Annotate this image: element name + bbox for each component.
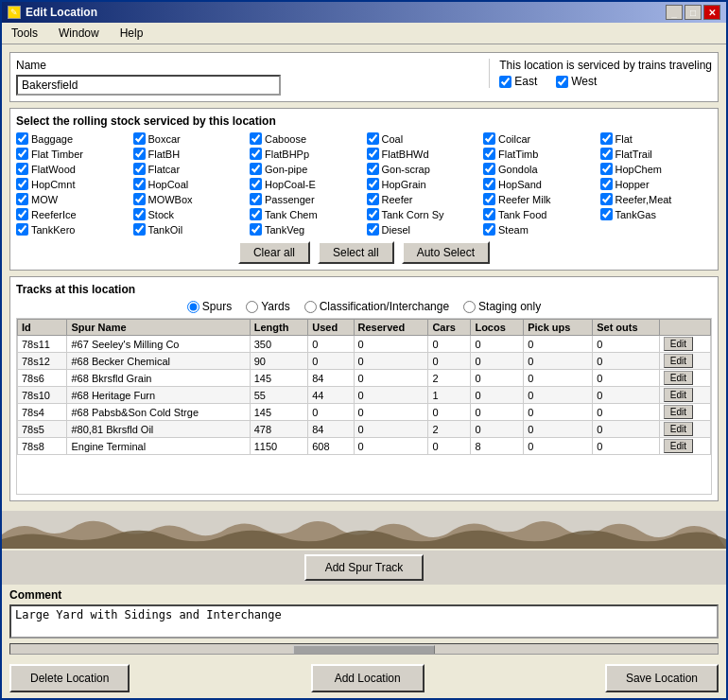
stock-flat[interactable]: Flat	[600, 132, 713, 145]
add-spur-button[interactable]: Add Spur Track	[304, 554, 425, 581]
stock-hopchem[interactable]: HopChem	[600, 163, 713, 175]
stock-flattimber[interactable]: Flat Timber	[16, 148, 129, 160]
cell-edit: Edit	[659, 370, 710, 387]
stock-gonscrap[interactable]: Gon-scrap	[367, 163, 479, 175]
edit-button[interactable]: Edit	[664, 388, 693, 402]
menu-help[interactable]: Help	[114, 25, 149, 42]
stock-reefer[interactable]: Reefer	[367, 193, 479, 205]
stock-diesel[interactable]: Diesel	[367, 223, 479, 236]
cell-setouts: 0	[593, 404, 660, 421]
auto-select-button[interactable]: Auto Select	[402, 241, 490, 264]
stock-tankgas[interactable]: TankGas	[600, 208, 713, 220]
table-row: 78s5 #80,81 Bkrsfld Oil 478 84 0 2 0 0 0…	[18, 421, 711, 438]
stock-flatbh[interactable]: FlatBH	[133, 148, 246, 160]
track-type-yards[interactable]: Yards	[246, 300, 289, 313]
comment-scrollbar[interactable]	[9, 643, 719, 655]
stock-baggage[interactable]: Baggage	[16, 132, 129, 145]
col-id: Id	[18, 320, 67, 336]
stock-hopcoal[interactable]: HopCoal	[133, 178, 246, 190]
edit-button[interactable]: Edit	[664, 337, 693, 351]
title-bar-left: ✎ Edit Location	[8, 6, 97, 19]
stock-caboose[interactable]: Caboose	[250, 132, 362, 145]
cell-length: 90	[250, 353, 307, 370]
col-spurname: Spur Name	[67, 320, 250, 336]
stock-boxcar[interactable]: Boxcar	[133, 132, 246, 145]
stock-gonpipe[interactable]: Gon-pipe	[250, 163, 362, 175]
clear-all-button[interactable]: Clear all	[238, 241, 310, 264]
stock-gondola[interactable]: Gondola	[483, 163, 596, 175]
cell-locos: 0	[471, 421, 524, 438]
stock-reefermilk[interactable]: Reefer Milk	[483, 193, 596, 205]
west-checkbox[interactable]	[556, 76, 568, 88]
stock-mow[interactable]: MOW	[16, 193, 129, 205]
stock-tankveg[interactable]: TankVeg	[250, 223, 362, 236]
stock-coal[interactable]: Coal	[367, 132, 479, 145]
cell-reserved: 0	[354, 438, 428, 455]
stock-flatbhwd[interactable]: FlatBHWd	[367, 148, 479, 160]
stock-hopcmnt[interactable]: HopCmnt	[16, 178, 129, 190]
stock-hopgrain[interactable]: HopGrain	[367, 178, 479, 190]
east-checkbox-item[interactable]: East	[499, 75, 537, 88]
name-input[interactable]	[16, 75, 281, 96]
save-location-button[interactable]: Save Location	[605, 664, 719, 692]
stock-passenger[interactable]: Passenger	[250, 193, 362, 205]
comment-input[interactable]: Large Yard with Sidings and Interchange	[9, 604, 719, 639]
cell-edit: Edit	[659, 404, 710, 421]
stock-tankoil[interactable]: TankOil	[133, 223, 246, 236]
stock-stock[interactable]: Stock	[133, 208, 246, 220]
stock-button-row: Clear all Select all Auto Select	[16, 241, 712, 264]
stock-flatbhpp[interactable]: FlatBHPp	[250, 148, 362, 160]
cell-locos: 0	[471, 336, 524, 353]
cell-id: 78s8	[18, 438, 67, 455]
minimize-button[interactable]: _	[666, 5, 683, 20]
cell-name: Engine Terminal	[67, 438, 250, 455]
stock-tankchem[interactable]: Tank Chem	[250, 208, 362, 220]
cell-edit: Edit	[659, 353, 710, 370]
stock-hopcoale[interactable]: HopCoal-E	[250, 178, 362, 190]
stock-reeferice[interactable]: ReeferIce	[16, 208, 129, 220]
stock-flatcar[interactable]: Flatcar	[133, 163, 246, 175]
edit-button[interactable]: Edit	[664, 439, 693, 453]
menu-window[interactable]: Window	[53, 25, 105, 42]
track-type-staging[interactable]: Staging only	[463, 300, 541, 313]
cell-used: 84	[308, 370, 354, 387]
delete-location-button[interactable]: Delete Location	[9, 664, 130, 692]
close-button[interactable]: ✕	[703, 5, 720, 20]
stock-steam[interactable]: Steam	[483, 223, 596, 236]
radio-classification[interactable]	[304, 301, 317, 313]
cell-reserved: 0	[354, 336, 428, 353]
stock-hopsand[interactable]: HopSand	[483, 178, 596, 190]
cell-id: 78s12	[18, 353, 67, 370]
stock-coilcar[interactable]: Coilcar	[483, 132, 596, 145]
stock-tankfood[interactable]: Tank Food	[483, 208, 596, 220]
edit-button[interactable]: Edit	[664, 371, 693, 385]
radio-staging[interactable]	[463, 301, 476, 313]
radio-yards[interactable]	[246, 301, 258, 313]
edit-button[interactable]: Edit	[664, 354, 693, 368]
stock-mowbox[interactable]: MOWBox	[133, 193, 246, 205]
select-all-button[interactable]: Select all	[318, 241, 394, 264]
radio-spurs[interactable]	[187, 301, 199, 313]
cell-reserved: 0	[354, 353, 428, 370]
east-checkbox[interactable]	[499, 76, 511, 88]
stock-flatwood[interactable]: FlatWood	[16, 163, 129, 175]
west-checkbox-item[interactable]: West	[556, 75, 597, 88]
stock-tankkero[interactable]: TankKero	[16, 223, 129, 236]
cell-name: #68 Pabsb&Son Cold Strge	[67, 404, 250, 421]
cell-locos: 0	[471, 387, 524, 404]
stock-flattrail[interactable]: FlatTrail	[600, 148, 713, 160]
col-setouts: Set outs	[593, 320, 660, 336]
travel-title: This location is serviced by trains trav…	[499, 59, 712, 72]
maximize-button[interactable]: □	[685, 5, 702, 20]
title-buttons: _ □ ✕	[666, 5, 720, 20]
stock-flattimb[interactable]: FlatTimb	[483, 148, 596, 160]
track-type-spurs[interactable]: Spurs	[187, 300, 232, 313]
stock-tankcornsy[interactable]: Tank Corn Sy	[367, 208, 479, 220]
edit-button[interactable]: Edit	[664, 422, 693, 436]
track-type-classification[interactable]: Classification/Interchange	[304, 300, 449, 313]
stock-reefermeat[interactable]: Reefer,Meat	[600, 193, 713, 205]
menu-tools[interactable]: Tools	[6, 25, 43, 42]
edit-button[interactable]: Edit	[664, 405, 693, 419]
stock-hopper[interactable]: Hopper	[600, 178, 713, 190]
add-location-button[interactable]: Add Location	[311, 664, 425, 692]
